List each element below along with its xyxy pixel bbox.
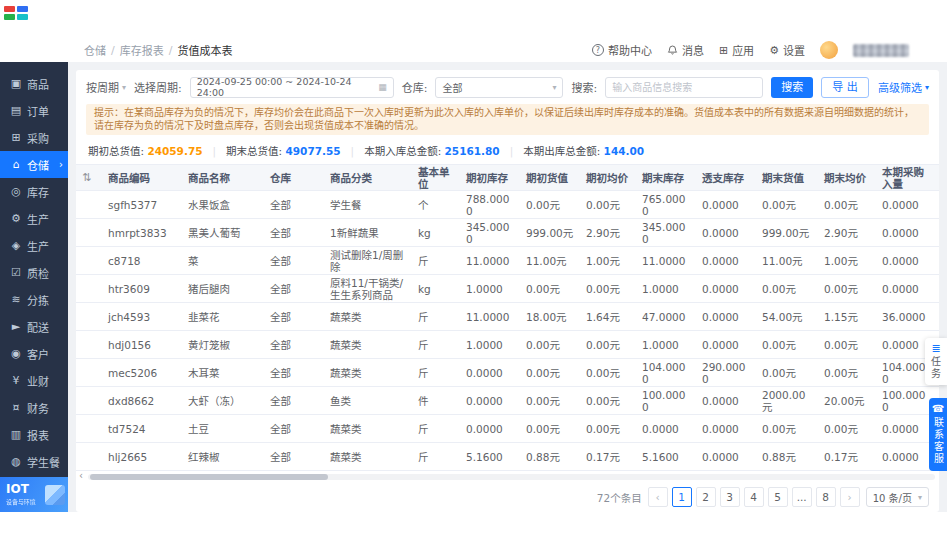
prev-page-button[interactable]: ‹ — [648, 487, 668, 507]
summary-label: 期初总货值: — [88, 145, 147, 157]
table-cell: 斤 — [412, 367, 460, 379]
table-cell: 0.0000 — [696, 395, 756, 407]
search-button[interactable]: 搜索 — [771, 77, 813, 98]
column-settings-icon[interactable]: ⇅ — [76, 172, 102, 184]
task-widget[interactable]: ≣ 任务 — [925, 338, 947, 385]
period-mode-select[interactable]: 按周期 ▾ — [86, 79, 126, 95]
table-cell: 斤 — [412, 339, 460, 351]
sidebar-item-purchase[interactable]: ⊞采购 — [0, 124, 68, 151]
scroll-left-icon[interactable]: ‹ — [79, 470, 83, 481]
goods-icon: ▣ — [10, 78, 22, 89]
search-label: 搜索: — [571, 79, 597, 95]
table-cell: 999.00元 — [520, 227, 580, 239]
sidebar-item-orders[interactable]: ▤订单 — [0, 97, 68, 124]
advanced-filter-label: 高级筛选 — [878, 79, 922, 95]
production-2-icon: ◈ — [10, 240, 22, 251]
sidebar-item-student-meals[interactable]: ◍学生餐 — [0, 448, 68, 475]
table-cell: 0.0000 — [876, 283, 936, 295]
table-cell: 0.0000 — [696, 199, 756, 211]
sidebar-item-label: 采购 — [27, 130, 49, 146]
sidebar-item-inventory[interactable]: ◎库存 — [0, 178, 68, 205]
messages-link[interactable]: 消息 — [667, 42, 704, 58]
sidebar-item-quality[interactable]: ☑质检 — [0, 259, 68, 286]
table-cell: 斤 — [412, 255, 460, 267]
page-button-3[interactable]: 3 — [720, 487, 740, 507]
table-cell: 290.0000 — [696, 361, 756, 385]
settings-link[interactable]: ⚙ 设置 — [769, 42, 805, 58]
sidebar-item-production-2[interactable]: ◈生产 — [0, 232, 68, 259]
apps-link[interactable]: ⊞ 应用 — [719, 42, 754, 58]
table-cell: 韭菜花 — [182, 311, 264, 323]
sidebar-item-goods[interactable]: ▣商品 — [0, 70, 68, 97]
sidebar-item-label: 质检 — [27, 265, 49, 281]
column-header: 透支库存 — [696, 172, 756, 184]
page-button-8[interactable]: 8 — [816, 487, 836, 507]
table-cell: 1新鲜蔬果 — [324, 227, 412, 239]
table-cell: 学生餐 — [324, 199, 412, 211]
logo-mark-cyan — [17, 14, 28, 20]
date-range-value: 2024-09-25 00:00 ~ 2024-10-24 24:00 — [197, 76, 378, 98]
table-cell: 0.88元 — [520, 451, 580, 463]
delivery-icon: ► — [10, 321, 22, 332]
table-cell: 20.00元 — [818, 395, 876, 407]
table-cell: 蔬菜类 — [324, 423, 412, 435]
warehouse-select[interactable]: 全部 ▾ — [435, 77, 563, 98]
sidebar-item-production[interactable]: ⚙生产 — [0, 205, 68, 232]
page-button-4[interactable]: 4 — [744, 487, 764, 507]
table-cell: 0.00元 — [580, 199, 636, 211]
table-cell: 0.0000 — [876, 227, 936, 239]
column-header: 期初货值 — [520, 172, 580, 184]
table-cell: 1.64元 — [580, 311, 636, 323]
sidebar-item-label: 库存 — [27, 184, 49, 200]
sidebar-item-label: 商品 — [27, 76, 49, 92]
iot-module[interactable]: IOT 设备与环境 — [0, 477, 68, 512]
page-button-5[interactable]: 5 — [768, 487, 788, 507]
reports-icon: ▥ — [10, 429, 22, 440]
sidebar-item-warehouse[interactable]: ⌂仓储› — [0, 151, 68, 178]
finance-icon: ¤ — [10, 402, 22, 413]
table-cell: 0.0000 — [876, 199, 936, 211]
table-row: sgfh5377水果饭盒全部学生餐个788.00000.00元0.00元765.… — [76, 191, 939, 219]
pagination: 72个条目 ‹12345...8› 10 条/页 ▾ — [76, 482, 939, 512]
table-cell: 345.0000 — [460, 221, 520, 245]
table-cell: hlj2665 — [102, 451, 182, 463]
help-icon: ? — [592, 44, 604, 56]
table-cell: 0.00元 — [520, 423, 580, 435]
sidebar-item-reports[interactable]: ▥报表 — [0, 421, 68, 448]
table-cell: 345.0000 — [636, 221, 696, 245]
table-cell: 5.1600 — [460, 451, 520, 463]
avatar[interactable] — [820, 41, 838, 59]
sidebar-item-finance[interactable]: ¤财务 — [0, 394, 68, 421]
summary-label: 期末总货值: — [226, 145, 285, 157]
search-input[interactable] — [605, 77, 763, 98]
scrollbar-thumb[interactable] — [90, 474, 328, 480]
table-cell: mec5206 — [102, 367, 182, 379]
page-size-select[interactable]: 10 条/页 ▾ — [866, 487, 929, 507]
sidebar-item-sorting[interactable]: ≋分拣 — [0, 286, 68, 313]
table-cell: 蔬菜类 — [324, 339, 412, 351]
headset-icon: ☎ — [932, 404, 944, 414]
table-cell: 0.0000 — [696, 227, 756, 239]
page-button-1[interactable]: 1 — [672, 487, 692, 507]
main-content: 按周期 ▾ 选择周期: 2024-09-25 00:00 ~ 2024-10-2… — [68, 62, 947, 512]
pagination-ellipsis[interactable]: ... — [792, 487, 812, 507]
sidebar-item-biz-finance[interactable]: ¥业财 — [0, 367, 68, 394]
bell-icon — [667, 45, 678, 56]
breadcrumb-inventory-reports[interactable]: 库存报表 — [120, 42, 164, 58]
user-name-redacted[interactable] — [853, 44, 909, 57]
summary-label: 本期出库总金额: — [523, 145, 603, 157]
advanced-filter-toggle[interactable]: 高级筛选 ▾ — [878, 79, 929, 95]
breadcrumb: 仓储 / 库存报表 / 货值成本表 — [84, 42, 232, 58]
export-button[interactable]: 导 出 — [821, 77, 869, 98]
table-cell: 全部 — [264, 339, 324, 351]
customer-service-widget[interactable]: ☎ 联系客服 — [929, 398, 947, 471]
sidebar-item-customers[interactable]: ◉客户 — [0, 340, 68, 367]
sidebar-item-delivery[interactable]: ►配送 — [0, 313, 68, 340]
date-range-picker[interactable]: 2024-09-25 00:00 ~ 2024-10-24 24:00 ▦ — [190, 77, 394, 98]
breadcrumb-warehouse[interactable]: 仓储 — [84, 42, 106, 58]
next-page-button[interactable]: › — [840, 487, 860, 507]
horizontal-scrollbar[interactable]: ‹ — [78, 472, 937, 482]
page-button-2[interactable]: 2 — [696, 487, 716, 507]
help-center-link[interactable]: ? 帮助中心 — [592, 42, 652, 58]
iot-subtitle: 设备与环境 — [6, 497, 36, 506]
